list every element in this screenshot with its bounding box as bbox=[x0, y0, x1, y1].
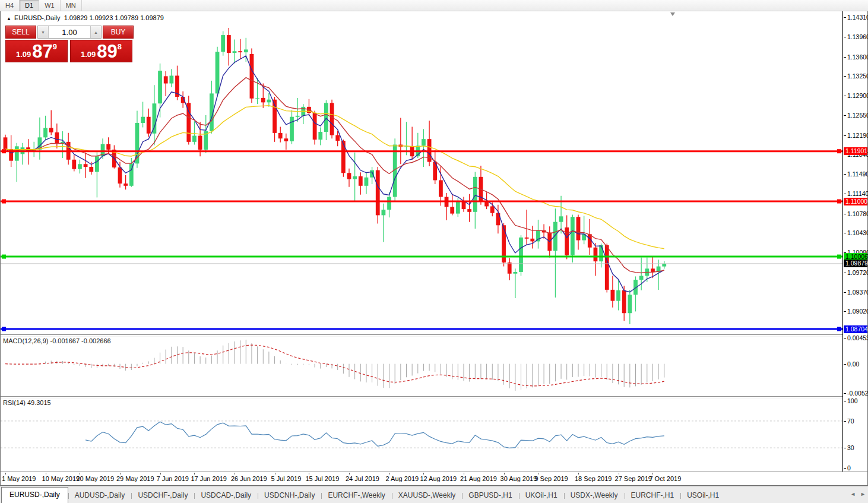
pane-splitter-rsi[interactable] bbox=[1, 396, 867, 398]
sell-price-pipette: 9 bbox=[53, 42, 57, 51]
volume-decrease-button[interactable]: ▼ bbox=[38, 26, 49, 38]
chart-ohlc-values: 1.09829 1.09923 1.09789 1.09879 bbox=[64, 14, 164, 21]
date-label: 1 May 2019 bbox=[2, 475, 36, 482]
tab-eurusd-daily[interactable]: EURUSD-,Daily bbox=[1, 487, 68, 503]
tab-scroll-controls: ◄ ► bbox=[850, 491, 866, 497]
price-axis[interactable]: 1.143101.139601.136001.132501.129001.125… bbox=[842, 11, 867, 472]
tab-usdchf-daily[interactable]: USDCHF-,Daily bbox=[131, 488, 194, 503]
price-tick-label: 1.12190 bbox=[847, 132, 868, 140]
rsi-label: RSI(14) 49.3015 bbox=[3, 399, 51, 406]
price-tick-label: 1.13600 bbox=[847, 53, 868, 61]
price-tick-label: 1.10780 bbox=[847, 210, 868, 218]
tab-scroll-right-icon[interactable]: ► bbox=[860, 491, 866, 497]
tab-eurchf-h1[interactable]: EURCHF-,H1 bbox=[625, 488, 681, 503]
date-label: 5 Jul 2019 bbox=[271, 475, 302, 482]
timeframe-button-d1[interactable]: D1 bbox=[20, 0, 39, 11]
timeframe-button-mn[interactable]: MN bbox=[61, 0, 82, 11]
line-handle-right-1.11901[interactable] bbox=[837, 149, 841, 153]
line-handle-right-1.10006[interactable] bbox=[837, 255, 841, 259]
tab-usdx-weekly[interactable]: USDX-,Weekly bbox=[564, 488, 625, 503]
line-handle-right-1.08704[interactable] bbox=[837, 327, 841, 331]
price-tick-label: 1.12900 bbox=[847, 92, 868, 100]
date-label: 29 May 2019 bbox=[116, 475, 154, 482]
line-handle-left-1.10006[interactable] bbox=[2, 255, 6, 259]
chart-title: ▲EURUSD-,Daily 1.09829 1.09923 1.09789 1… bbox=[7, 14, 164, 21]
price-tick-label: 1.12550 bbox=[847, 112, 868, 119]
timeframe-button-h4[interactable]: H4 bbox=[0, 0, 20, 11]
macd-tick-label: 0.004536 bbox=[847, 334, 868, 342]
chart-shift-marker-icon[interactable] bbox=[670, 12, 675, 16]
date-label: 24 Jul 2019 bbox=[346, 475, 379, 482]
date-label: 17 Jun 2019 bbox=[191, 475, 227, 482]
rsi-indicator-pane[interactable] bbox=[1, 397, 844, 472]
line-handle-left-1.11901[interactable] bbox=[2, 149, 6, 153]
rsi-tick-label: 0 bbox=[847, 464, 851, 472]
one-click-trade-panel: SELL ▼ 1.00 ▲ BUY 1.09 87 9 1.09 89 8 bbox=[5, 26, 134, 62]
chart-tabs: EURUSD-,DailyAUDUSD-,DailyUSDCHF-,DailyU… bbox=[1, 487, 726, 503]
buy-button[interactable]: BUY bbox=[103, 26, 134, 39]
line-handle-right-1.11000[interactable] bbox=[837, 200, 841, 204]
price-tick-label: 1.13960 bbox=[847, 33, 868, 41]
timeframe-button-w1[interactable]: W1 bbox=[39, 0, 61, 11]
tab-ukoil-h1[interactable]: UKOil-,H1 bbox=[519, 488, 564, 503]
price-tick-label: 1.14310 bbox=[847, 14, 868, 21]
date-label: 30 Aug 2019 bbox=[500, 475, 537, 482]
tab-usoil-h1[interactable]: USOil-,H1 bbox=[680, 488, 726, 503]
date-label: 12 Aug 2019 bbox=[420, 475, 457, 482]
line-price-label-1.11000: 1.11000 bbox=[844, 198, 867, 205]
pane-splitter-macd[interactable] bbox=[1, 334, 867, 337]
date-label: 27 Sep 2019 bbox=[615, 475, 652, 482]
price-tick-label: 1.09020 bbox=[847, 308, 868, 315]
date-label: 21 Aug 2019 bbox=[460, 475, 497, 482]
date-label: 7 Jun 2019 bbox=[157, 475, 189, 482]
line-handle-left-1.11000[interactable] bbox=[2, 200, 6, 204]
time-axis[interactable]: 1 May 201910 May 201920 May 201929 May 2… bbox=[1, 472, 844, 485]
price-tick-label: 1.09720 bbox=[847, 269, 868, 277]
line-price-label-1.08704: 1.08704 bbox=[844, 325, 867, 333]
macd-tick-label: 0.00 bbox=[847, 360, 859, 368]
price-tick-label: 1.10430 bbox=[847, 229, 868, 237]
current-price-label: 1.09879 bbox=[844, 260, 867, 267]
tab-audusd-daily[interactable]: AUDUSD-,Daily bbox=[68, 488, 132, 503]
timeframe-toolbar: H4D1W1MN bbox=[0, 0, 868, 11]
chart-tab-bar: EURUSD-,DailyAUDUSD-,DailyUSDCHF-,DailyU… bbox=[0, 486, 868, 503]
trade-panel-collapse-icon[interactable]: ▲ bbox=[7, 16, 11, 21]
tab-eurchf-weekly[interactable]: EURCHF-,Weekly bbox=[321, 488, 391, 503]
date-label: 18 Sep 2019 bbox=[575, 475, 612, 482]
tab-xauusd-weekly[interactable]: XAUUSD-,Weekly bbox=[392, 488, 462, 503]
volume-input[interactable]: 1.00 bbox=[49, 26, 90, 38]
buy-price-big: 89 bbox=[97, 42, 117, 61]
sell-price-prefix: 1.09 bbox=[16, 50, 31, 59]
macd-tick-label: -0.005205 bbox=[847, 390, 868, 397]
buy-price-display[interactable]: 1.09 89 8 bbox=[70, 40, 132, 62]
date-label: 10 May 2019 bbox=[42, 475, 80, 482]
volume-increase-button[interactable]: ▲ bbox=[90, 26, 101, 38]
rsi-tick-label: 100 bbox=[847, 397, 858, 405]
line-handle-left-1.08704[interactable] bbox=[2, 327, 6, 331]
time-axis-divider bbox=[1, 472, 867, 473]
tab-scroll-left-icon[interactable]: ◄ bbox=[850, 491, 856, 497]
sell-price-big: 87 bbox=[32, 42, 52, 61]
price-tick-label: 1.09370 bbox=[847, 289, 868, 296]
date-label: 15 Jul 2019 bbox=[305, 475, 339, 482]
line-price-label-1.11901: 1.11901 bbox=[844, 147, 867, 155]
chart-window: ▲EURUSD-,Daily 1.09829 1.09923 1.09789 1… bbox=[0, 11, 868, 486]
tab-usdcad-daily[interactable]: USDCAD-,Daily bbox=[194, 488, 258, 503]
tab-gbpusd-h1[interactable]: GBPUSD-,H1 bbox=[462, 488, 518, 503]
macd-signal-line bbox=[5, 345, 664, 386]
date-label: 9 Sep 2019 bbox=[534, 475, 568, 482]
chart-symbol-label: EURUSD-,Daily bbox=[14, 14, 61, 21]
tab-usdcnh-daily[interactable]: USDCNH-,Daily bbox=[258, 488, 321, 503]
sell-button[interactable]: SELL bbox=[5, 26, 36, 39]
trading-terminal-window: H4D1W1MN ▲EURUSD-,Daily 1.09829 1.09923 … bbox=[0, 0, 868, 503]
rsi-tick-label: 70 bbox=[847, 417, 854, 425]
date-label: 20 May 2019 bbox=[76, 475, 114, 482]
macd-indicator-pane[interactable] bbox=[1, 336, 844, 396]
timeframe-button-group: H4D1W1MN bbox=[0, 0, 82, 11]
date-label: 26 Jun 2019 bbox=[231, 475, 267, 482]
price-tick-label: 1.11490 bbox=[847, 170, 868, 178]
volume-stepper: ▼ 1.00 ▲ bbox=[37, 26, 102, 39]
sell-price-display[interactable]: 1.09 87 9 bbox=[5, 40, 68, 62]
price-tick-label: 1.11140 bbox=[847, 190, 868, 198]
macd-label: MACD(12,26,9) -0.001667 -0.002666 bbox=[3, 337, 111, 344]
